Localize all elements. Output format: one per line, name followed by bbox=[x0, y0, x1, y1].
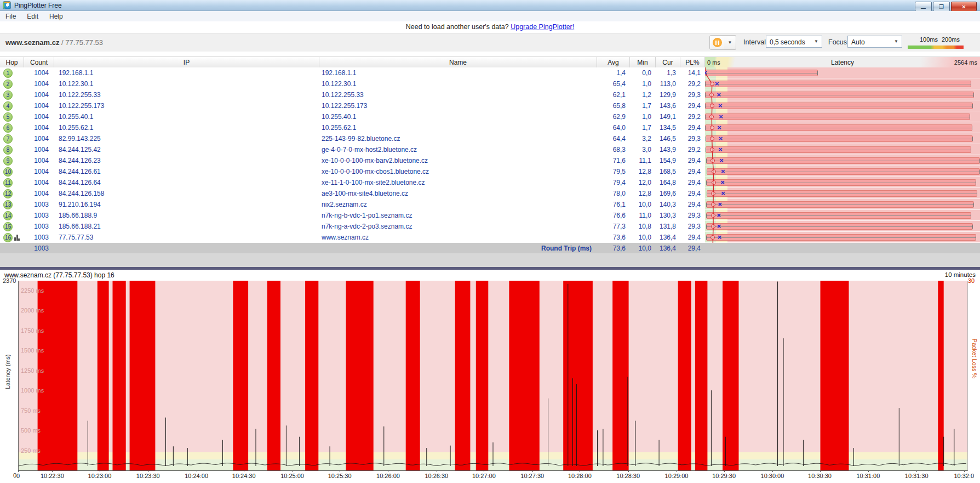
name-cell: 10.122.30.1 bbox=[319, 78, 597, 89]
avg-cell: 64,0 bbox=[597, 122, 630, 133]
menu-edit[interactable]: Edit bbox=[21, 12, 44, 21]
time-tick-label: 0 bbox=[16, 473, 20, 479]
hop-cell: 12 bbox=[0, 188, 24, 199]
count-cell: 1004 bbox=[24, 122, 54, 133]
focus-label: Focus bbox=[828, 38, 847, 46]
column-header-avg[interactable]: Avg bbox=[597, 57, 630, 68]
hop-cell: 9 bbox=[0, 155, 24, 166]
time-tick-label: 10:27:30 bbox=[520, 473, 544, 479]
hop-cell: 2 bbox=[0, 78, 24, 89]
column-header-cur[interactable]: Cur bbox=[656, 57, 680, 68]
table-row[interactable]: 12100484.244.126.158ae3-100-mx-site4.blu… bbox=[0, 188, 980, 199]
name-cell: 10.255.62.1 bbox=[319, 122, 597, 133]
pl-cell: 29,3 bbox=[680, 210, 705, 221]
latency-tick-label: 1750 ms bbox=[21, 327, 44, 334]
name-cell: xe-11-1-0-100-mx-site2.bluetone.cz bbox=[319, 177, 597, 188]
table-row[interactable]: 151003185.66.188.21n7k-ng-a-vdc-2-po3.se… bbox=[0, 221, 980, 232]
table-row[interactable]: 13100391.210.16.194nix2.seznam.cz76,110,… bbox=[0, 199, 980, 210]
rt-pl: 29,4 bbox=[680, 243, 705, 253]
avg-marker bbox=[710, 126, 714, 130]
hop-cell: 10 bbox=[0, 166, 24, 177]
column-header-pl[interactable]: PL% bbox=[680, 57, 705, 68]
ip-cell: 185.66.188.9 bbox=[54, 210, 319, 221]
menu-help[interactable]: Help bbox=[44, 12, 68, 21]
name-cell: n7k-ng-a-vdc-2-po3.seznam.cz bbox=[319, 221, 597, 232]
hop-cell: 11 bbox=[0, 177, 24, 188]
menu-file[interactable]: File bbox=[0, 12, 21, 21]
pause-button[interactable] bbox=[709, 35, 725, 50]
latency-cell: × bbox=[705, 221, 980, 232]
pl-cell: 29,2 bbox=[680, 111, 705, 122]
avg-cell: 64,4 bbox=[597, 133, 630, 144]
time-tick-label: 10:22:30 bbox=[41, 473, 64, 479]
name-cell: www.seznam.cz bbox=[319, 232, 597, 243]
avg-cell: 62,9 bbox=[597, 111, 630, 122]
banner-text: Need to load another user's data? bbox=[406, 23, 509, 31]
table-row[interactable]: 7100482.99.143.225225-143-99-82.bluetone… bbox=[0, 133, 980, 144]
table-row[interactable]: 10100484.244.126.61xe-10-0-0-100-mx-cbos… bbox=[0, 166, 980, 177]
latency-axis-label: Latency (ms) bbox=[4, 339, 11, 405]
hop-number-badge: 1 bbox=[3, 69, 13, 78]
table-filler bbox=[0, 253, 980, 267]
min-cell: 1,0 bbox=[630, 111, 656, 122]
table-row[interactable]: 4100410.122.255.17310.122.255.17365,81,7… bbox=[0, 100, 980, 111]
pause-menu-button[interactable]: ▼ bbox=[724, 35, 736, 50]
latency-cell: × bbox=[705, 199, 980, 210]
count-cell: 1003 bbox=[24, 221, 54, 232]
time-tick-label: 10:28:30 bbox=[616, 473, 640, 479]
time-tick-label: 10:28:00 bbox=[568, 473, 592, 479]
current-marker: × bbox=[719, 134, 723, 144]
table-row[interactable]: 2100410.122.30.110.122.30.165,41,0113,02… bbox=[0, 78, 980, 89]
count-cell: 1003 bbox=[24, 210, 54, 221]
min-cell: 11,0 bbox=[630, 210, 656, 221]
current-marker: × bbox=[721, 167, 725, 177]
legend-200ms: 200ms bbox=[942, 36, 960, 43]
ip-cell: 84.244.126.61 bbox=[54, 166, 319, 177]
table-row[interactable]: 11004192.168.1.1192.168.1.11,40,01,314,1… bbox=[0, 67, 980, 78]
column-header-count[interactable]: Count bbox=[24, 57, 54, 68]
count-cell: 1004 bbox=[24, 78, 54, 89]
upgrade-link[interactable]: Upgrade PingPlotter! bbox=[511, 23, 574, 31]
column-header-latency[interactable]: 0 ms Latency 2564 ms bbox=[705, 57, 980, 68]
table-row[interactable]: 11100484.244.126.64xe-11-1-0-100-mx-site… bbox=[0, 177, 980, 188]
column-header-min[interactable]: Min bbox=[630, 57, 656, 68]
table-row[interactable]: 9100484.244.126.23xe-10-0-0-100-mx-barv2… bbox=[0, 155, 980, 166]
focus-select[interactable]: Auto▼ bbox=[847, 36, 902, 48]
latency-title: Latency bbox=[831, 59, 854, 66]
column-header-hop[interactable]: Hop bbox=[0, 57, 24, 68]
ip-cell: 185.66.188.21 bbox=[54, 221, 319, 232]
time-tick-label: 10:23:30 bbox=[136, 473, 160, 479]
avg-cell: 71,6 bbox=[597, 155, 630, 166]
table-row[interactable]: 141003185.66.188.9n7k-ng-b-vdc-1-po1.sez… bbox=[0, 210, 980, 221]
latency-cell: × bbox=[705, 144, 980, 155]
column-header-name[interactable]: Name bbox=[319, 57, 597, 68]
table-body: 11004192.168.1.1192.168.1.11,40,01,314,1… bbox=[0, 67, 980, 243]
table-row[interactable]: 8100484.244.125.42ge-4-0-7-0-mx-host2.bl… bbox=[0, 144, 980, 155]
ip-cell: 10.122.30.1 bbox=[54, 78, 319, 89]
table-row[interactable]: 3100410.122.255.3310.122.255.3362,11,212… bbox=[0, 89, 980, 100]
interval-select[interactable]: 0,5 seconds▼ bbox=[766, 36, 822, 48]
avg-marker bbox=[710, 137, 714, 141]
time-tick-label: 10:25:00 bbox=[280, 473, 304, 479]
timeline-plot[interactable]: 2250 ms2000 ms1750 ms1500 ms1250 ms1000 … bbox=[18, 281, 968, 471]
current-marker: × bbox=[719, 156, 724, 166]
min-cell: 1,7 bbox=[630, 100, 656, 111]
current-marker: × bbox=[719, 112, 723, 122]
time-tick-label: 10:25:30 bbox=[328, 473, 352, 479]
current-marker: × bbox=[721, 189, 725, 198]
latency-tick-label: 2250 ms bbox=[21, 287, 44, 294]
table-row[interactable]: 5100410.255.40.110.255.40.162,91,0149,12… bbox=[0, 111, 980, 122]
current-marker: × bbox=[717, 211, 721, 220]
avg-cell: 1,4 bbox=[597, 67, 630, 78]
table-row[interactable]: 6100410.255.62.110.255.62.164,01,7134,52… bbox=[0, 122, 980, 133]
min-cell: 10,0 bbox=[630, 199, 656, 210]
time-tick-label: 10:27:00 bbox=[472, 473, 496, 479]
avg-cell: 79,4 bbox=[597, 177, 630, 188]
hop-number-badge: 6 bbox=[3, 123, 13, 133]
avg-cell: 79,5 bbox=[597, 166, 630, 177]
pause-icon bbox=[713, 38, 722, 47]
table-row[interactable]: 16100377.75.77.53www.seznam.cz73,610,013… bbox=[0, 232, 980, 243]
title-bar: PingPlotter Free bbox=[0, 0, 980, 11]
column-header-ip[interactable]: IP bbox=[54, 57, 319, 68]
name-cell: xe-10-0-0-100-mx-barv2.bluetone.cz bbox=[319, 155, 597, 166]
